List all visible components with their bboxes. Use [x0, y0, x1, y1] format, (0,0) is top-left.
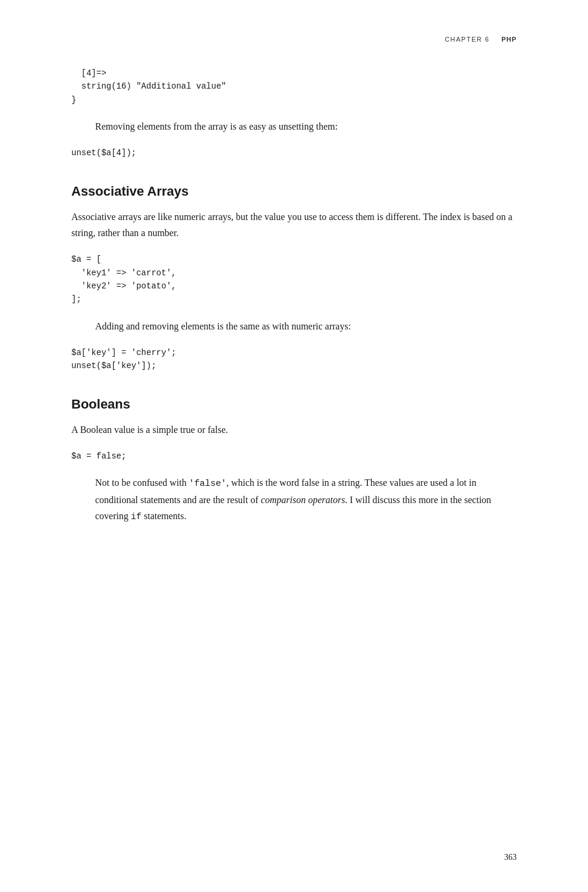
prose-boolean-note: Not to be confused with 'false', which i… — [71, 475, 517, 524]
prose-boolean-desc: A Boolean value is a simple true or fals… — [71, 422, 517, 438]
chapter-label: CHAPTER 6 — [445, 36, 489, 43]
prose-adding-removing: Adding and removing elements is the same… — [71, 318, 517, 334]
heading-associative-arrays: Associative Arrays — [71, 184, 517, 199]
code-block-array-end: [4]=> string(16) "Additional value" } — [71, 67, 517, 106]
prose-associative-desc: Associative arrays are like numeric arra… — [71, 209, 517, 241]
code-block-boolean: $a = false; — [71, 450, 517, 463]
page-header: CHAPTER 6 PHP — [71, 36, 517, 43]
code-block-associative-def: $a = [ 'key1' => 'carrot', 'key2' => 'po… — [71, 253, 517, 306]
section-label: PHP — [501, 36, 517, 43]
page-number: 363 — [504, 853, 517, 862]
heading-booleans: Booleans — [71, 397, 517, 412]
prose-removing-elements: Removing elements from the array is as e… — [71, 118, 517, 134]
code-block-unset: unset($a[4]); — [71, 146, 517, 159]
inline-code-false: 'false' — [189, 479, 227, 489]
italic-comparison-operators: comparison operators — [261, 495, 345, 505]
page: CHAPTER 6 PHP [4]=> string(16) "Addition… — [0, 0, 588, 892]
code-block-associative-ops: $a['key'] = 'cherry'; unset($a['key']); — [71, 346, 517, 373]
inline-code-if: if — [131, 512, 142, 522]
